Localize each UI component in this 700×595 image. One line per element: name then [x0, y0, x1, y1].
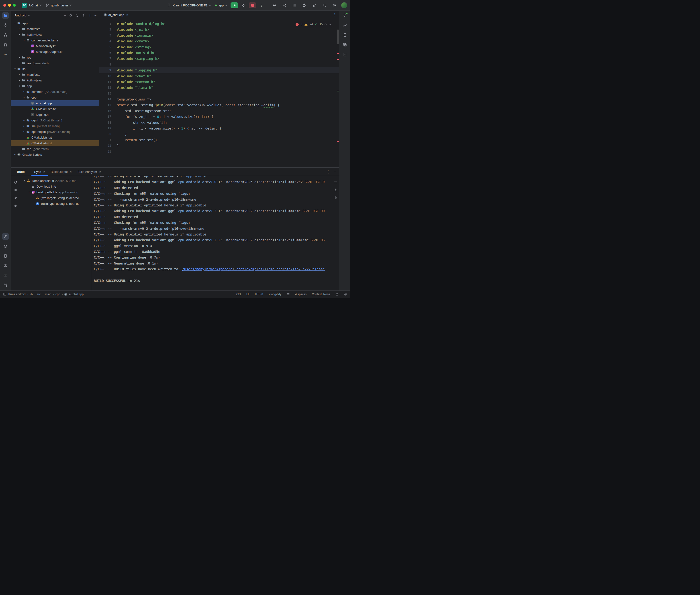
- context-widget[interactable]: Context: None: [312, 293, 330, 296]
- pin-button[interactable]: [12, 195, 18, 201]
- chevron-right-icon[interactable]: ▸: [18, 73, 22, 76]
- chevron-right-icon[interactable]: ▸: [18, 28, 22, 30]
- extensions-button[interactable]: [301, 2, 308, 8]
- build-tree-item-build-gradle-kts[interactable]: ▾Kbuild.gradle.ktsapp 1 warning: [20, 189, 92, 195]
- structure-tool-window-button[interactable]: [2, 32, 9, 38]
- code-line-22[interactable]: 22}: [99, 143, 339, 148]
- indent-widget[interactable]: 4 spaces: [295, 293, 307, 296]
- build-tree-item-buildtype-debug-is-both-de[interactable]: iBuildType 'debug' is both de: [20, 201, 92, 206]
- project-tree-item-cmakelists-txt[interactable]: CMakeLists.txt: [11, 140, 99, 146]
- chevron-down-icon[interactable]: ▾: [18, 85, 22, 87]
- project-tree-item-kotlin-java[interactable]: ▾kotlin+java: [11, 32, 99, 37]
- expand-all-button[interactable]: [75, 13, 79, 17]
- version-control-tool-window-button[interactable]: [2, 282, 9, 289]
- chevron-down-icon[interactable]: ▾: [13, 67, 17, 70]
- lock-icon[interactable]: [335, 293, 339, 296]
- project-tree-item-manifests[interactable]: ▸manifests: [11, 26, 99, 32]
- layout-inspector-button[interactable]: [341, 41, 348, 48]
- close-tab-icon[interactable]: ×: [43, 170, 45, 174]
- project-tree-item-cpp[interactable]: ▾cpp: [11, 94, 99, 100]
- minimize-build-panel-button[interactable]: −: [334, 170, 336, 174]
- code-line-19[interactable]: 19 if (i < values.size() - 1) { str << d…: [99, 125, 339, 131]
- code-line-21[interactable]: 21 return str.str();: [99, 137, 339, 143]
- close-tab-icon[interactable]: ×: [99, 170, 101, 174]
- build-tree-item-llama-android-fi[interactable]: ▾!llama.android: fi22 sec, 583 ms: [20, 178, 92, 183]
- build-tool-window-button[interactable]: [2, 233, 9, 240]
- project-tree-item-messageadapter-kt[interactable]: KMessageAdapter.kt: [11, 49, 99, 55]
- chevron-right-icon[interactable]: ▸: [22, 119, 26, 121]
- build-tree-item-download-info[interactable]: Download info: [20, 183, 92, 189]
- code-line-9[interactable]: 9#include "logging.h": [99, 67, 339, 73]
- build-panel-options-button[interactable]: ⋮: [327, 170, 330, 174]
- notifications-button[interactable]: [341, 12, 348, 19]
- scroll-to-end-button[interactable]: [333, 187, 338, 193]
- letter-case-tool-button[interactable]: [271, 2, 278, 8]
- code-line-12[interactable]: 12#include "llama.h": [99, 85, 339, 90]
- locate-file-button[interactable]: [69, 13, 73, 17]
- stripe-mark[interactable]: [337, 53, 339, 54]
- window-layout-icon[interactable]: [3, 292, 6, 296]
- device-selector[interactable]: Xiaomi POCOPHONE F1: [165, 2, 213, 8]
- breadcrumb-ai-chat-cpp[interactable]: ai_chat.cpp: [69, 293, 83, 296]
- project-tree-item-logging-h[interactable]: Hlogging.h: [11, 112, 99, 117]
- build-tab-sync[interactable]: Sync×: [31, 168, 48, 176]
- code-line-2[interactable]: 2#include <jni.h>: [99, 27, 339, 32]
- soft-wrap-button[interactable]: [333, 179, 338, 185]
- code-line-6[interactable]: 6#include <unistd.h>: [99, 50, 339, 56]
- gradle-tool-window-button[interactable]: [341, 22, 348, 29]
- project-tree-item-cpp-httplib[interactable]: ▸cpp-httplib[AiChat.lib.main]: [11, 129, 99, 135]
- stripe-mark[interactable]: [337, 141, 339, 142]
- previous-issue-button[interactable]: [325, 23, 327, 26]
- breadcrumb-lib[interactable]: lib: [30, 293, 33, 296]
- terminal-tool-window-button[interactable]: [2, 272, 9, 279]
- project-tree-item-cpp[interactable]: ▾cpp: [11, 83, 99, 89]
- chevron-right-icon[interactable]: ▸: [18, 79, 22, 81]
- problems-tool-window-button[interactable]: [2, 262, 9, 269]
- project-tree-item-kotlin-java[interactable]: ▸kotlin+java: [11, 77, 99, 83]
- project-tree-item-src[interactable]: ▸src[AiChat.lib.main]: [11, 123, 99, 129]
- chevron-down-icon[interactable]: ▾: [22, 39, 26, 41]
- project-tree-item-ai-chat-cpp[interactable]: Cai_chat.cpp: [11, 100, 99, 106]
- close-tab-icon[interactable]: ×: [127, 13, 129, 17]
- chevron-down-icon[interactable]: ▾: [18, 33, 22, 36]
- build-output-link[interactable]: /Users/hanyin/Workspace/ai-chat/examples…: [182, 267, 325, 271]
- breadcrumb-llama-android[interactable]: llama.android: [8, 293, 26, 296]
- breadcrumb-main[interactable]: main: [45, 293, 51, 296]
- chevron-down-icon[interactable]: ▾: [23, 179, 26, 182]
- code-editor[interactable]: 1#include <android/log.h>2#include <jni.…: [99, 19, 339, 167]
- lines-icon[interactable]: [286, 293, 290, 296]
- device-manager-button[interactable]: [341, 32, 348, 38]
- user-avatar[interactable]: [341, 2, 347, 8]
- vcs-branch-selector[interactable]: ggml-master: [43, 2, 74, 8]
- stop-button[interactable]: [249, 2, 256, 8]
- minimize-window-button[interactable]: [8, 4, 11, 7]
- code-line-14[interactable]: 14template<class T>: [99, 96, 339, 102]
- debug-button[interactable]: [240, 2, 247, 8]
- settings-button[interactable]: [331, 2, 338, 8]
- project-tree-item-gradle-scripts[interactable]: ▸GGradle Scripts: [11, 152, 99, 158]
- stripe-mark[interactable]: [337, 91, 339, 91]
- next-issue-button[interactable]: [329, 23, 331, 26]
- sync-refresh-button[interactable]: [12, 179, 18, 185]
- preview-eye-button[interactable]: [12, 203, 18, 208]
- project-tree-item-mainactivity-kt[interactable]: KMainActivity.kt: [11, 43, 99, 49]
- run-more-options-button[interactable]: ⋮: [258, 2, 265, 8]
- search-everywhere-button[interactable]: [321, 2, 328, 8]
- task-list-button[interactable]: [291, 2, 298, 8]
- chevron-right-icon[interactable]: ▸: [22, 90, 26, 93]
- code-line-15[interactable]: 15static std::string join(const std::vec…: [99, 102, 339, 108]
- info-circle-icon[interactable]: [344, 293, 347, 296]
- project-tree-item-com-example-llama[interactable]: ▾com.example.llama: [11, 37, 99, 43]
- code-line-20[interactable]: 20 }: [99, 131, 339, 137]
- pull-requests-tool-window-button[interactable]: [2, 41, 9, 48]
- commit-tool-window-button[interactable]: [2, 22, 9, 29]
- tab-options-button[interactable]: ⋮: [333, 12, 337, 17]
- chevron-down-icon[interactable]: [28, 13, 30, 16]
- project-tree-item-res[interactable]: res(generated): [11, 60, 99, 66]
- line-ending-widget[interactable]: LF: [247, 293, 250, 296]
- project-tree-item-ggml[interactable]: ▸ggml[AiChat.lib.main]: [11, 117, 99, 123]
- project-tree-item-cmakelists-txt[interactable]: CMakeLists.txt: [11, 106, 99, 112]
- code-line-17[interactable]: 17 for (size_t i = 0; i < values.size();…: [99, 114, 339, 119]
- chevron-right-icon[interactable]: ▸: [13, 153, 17, 156]
- run-button[interactable]: [230, 2, 238, 8]
